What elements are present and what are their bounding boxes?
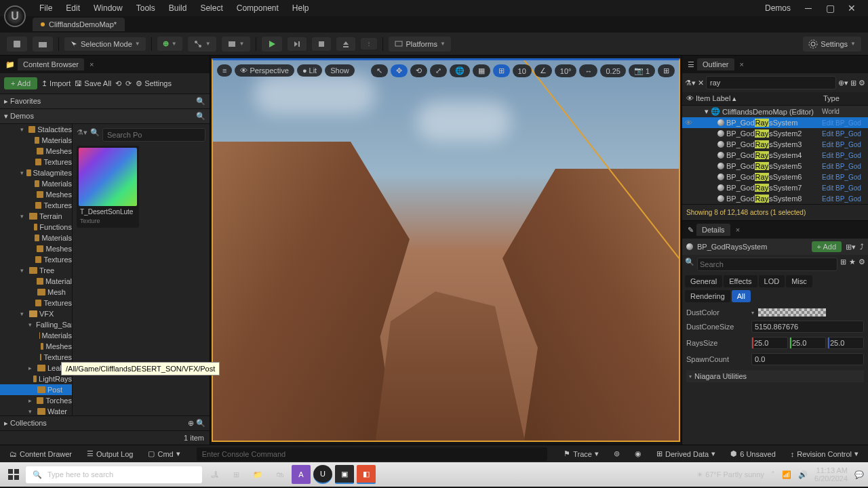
recorder-icon[interactable]: ◧	[357, 465, 376, 484]
translate-tool[interactable]: ✥	[391, 64, 408, 77]
cinematics-dropdown[interactable]: ▼	[222, 37, 250, 52]
lit-dropdown[interactable]: ● Lit	[297, 64, 322, 77]
surface-snap-toggle[interactable]: ▦	[473, 64, 490, 77]
selection-mode-dropdown[interactable]: Selection Mode ▼	[64, 37, 146, 51]
folder-falling_sand[interactable]: ▾Falling_Sand	[0, 319, 72, 330]
save-all-button[interactable]: 🖫 Save All	[75, 79, 111, 87]
menu-window[interactable]: Window	[87, 3, 130, 13]
rayssize-x-input[interactable]: 25.0	[751, 337, 788, 349]
world-local-toggle[interactable]: 🌐	[450, 64, 470, 77]
trace-dropdown[interactable]: ⚑ Trace ▾	[559, 449, 603, 458]
level-viewport[interactable]: ≡ 👁 Perspective ● Lit Show ↖ ✥ ⟲ ⤢ 🌐 ▦ ⊞…	[212, 58, 680, 442]
trace-record-icon[interactable]: ◉	[631, 449, 646, 458]
favorites-icon[interactable]: ★	[849, 258, 856, 271]
outliner-row[interactable]: BP_GodRaysSystem8Edit BP_God	[682, 193, 868, 204]
add-content-dropdown[interactable]: ⊕▼	[157, 37, 182, 51]
grid-snap-value[interactable]: 10	[513, 64, 532, 77]
grid-snap-toggle[interactable]: ⊞	[493, 64, 510, 77]
folder-meshes[interactable]: Meshes	[0, 189, 72, 200]
output-log-button[interactable]: ☰ Output Log	[83, 449, 137, 458]
folder-material[interactable]: Material	[0, 276, 72, 287]
outliner-search-input[interactable]	[706, 76, 836, 89]
store-icon[interactable]: 🛍	[270, 465, 289, 484]
viewport-menu-button[interactable]: ≡	[217, 64, 232, 77]
folder-materials[interactable]: Materials	[0, 178, 72, 189]
menu-help[interactable]: Help	[285, 3, 316, 13]
folder-meshes[interactable]: Meshes	[0, 146, 72, 157]
outliner-row[interactable]: BP_GodRaysSystem7Edit BP_God	[682, 182, 868, 193]
browse-button[interactable]	[33, 37, 53, 52]
folder-stalactites[interactable]: ▾Stalactites	[0, 124, 72, 135]
volume-icon[interactable]: 🔊	[798, 470, 808, 479]
blueprints-dropdown[interactable]: ▼	[188, 37, 216, 52]
select-tool[interactable]: ↖	[371, 64, 388, 77]
collections-header[interactable]: ▸ Collections	[4, 419, 47, 428]
search-icon[interactable]: 🔍	[196, 97, 205, 106]
outliner-row[interactable]: BP_GodRaysSystem6Edit BP_God	[682, 171, 868, 182]
details-tab[interactable]: Details	[696, 224, 730, 236]
sources-header[interactable]: ▾ Demos 🔍	[0, 109, 210, 124]
rayssize-z-input[interactable]: 25.0	[827, 337, 864, 349]
folder-textures[interactable]: Textures	[0, 298, 72, 308]
menu-select[interactable]: Select	[193, 3, 229, 13]
outliner-row[interactable]: 👁BP_GodRaysSystemEdit BP_God	[682, 117, 868, 128]
tab-general[interactable]: General	[685, 275, 722, 287]
unsaved-button[interactable]: ⬢ 6 Unsaved	[726, 449, 780, 458]
folder-functions[interactable]: Functions	[0, 222, 72, 232]
add-filter-icon[interactable]: ⊕▾	[838, 79, 848, 87]
tab-rendering[interactable]: Rendering	[685, 290, 730, 302]
save-button[interactable]	[7, 37, 27, 52]
folder-textures[interactable]: Textures	[0, 352, 72, 363]
add-button[interactable]: +Add	[4, 77, 37, 89]
stop-button[interactable]	[312, 37, 331, 51]
weather-widget[interactable]: ☀ 67°F Partly sunny	[696, 470, 764, 479]
eject-button[interactable]	[336, 37, 355, 51]
cmd-dropdown[interactable]: ▢ Cmd ▾	[144, 449, 184, 458]
search-icon[interactable]: 🔍	[196, 112, 205, 121]
outliner-row[interactable]: BP_GodRaysSystem3Edit BP_God	[682, 139, 868, 150]
perspective-dropdown[interactable]: 👁 Perspective	[235, 64, 294, 77]
minimize-button[interactable]: ─	[797, 3, 819, 14]
tab-effects[interactable]: Effects	[724, 275, 757, 287]
settings-icon[interactable]: ⚙	[859, 79, 865, 87]
app-icon[interactable]: A	[292, 465, 311, 484]
folder-post[interactable]: Post	[0, 384, 72, 395]
folder-tree[interactable]: ▾Tree	[0, 265, 72, 276]
spawn-input[interactable]: 0.0	[751, 353, 864, 365]
eye-icon[interactable]: 👁	[686, 94, 696, 103]
view-options-icon[interactable]: ⊞	[850, 79, 856, 87]
content-drawer-button[interactable]: 🗂 Content Drawer	[5, 450, 76, 458]
content-browser-tab[interactable]: Content Browser	[18, 58, 84, 70]
folder-stalagmites[interactable]: ▾Stalagmites	[0, 167, 72, 178]
close-tab-icon[interactable]: ×	[737, 60, 747, 68]
play-button[interactable]	[262, 37, 282, 52]
play-options-dropdown[interactable]: ⋮	[361, 38, 377, 49]
folder-mesh[interactable]: Mesh	[0, 287, 72, 298]
history-fwd-button[interactable]: ⟳	[125, 79, 132, 88]
level-tab[interactable]: ClifflandsDemoMap*	[33, 18, 125, 31]
menu-tools[interactable]: Tools	[130, 3, 162, 13]
tab-misc[interactable]: Misc	[786, 275, 812, 287]
dustcone-input[interactable]: 5150.867676	[751, 321, 864, 333]
blueprint-options-icon[interactable]: ⊞▾	[846, 243, 856, 251]
tray-chevron-icon[interactable]: ˄	[771, 470, 775, 479]
scale-snap-toggle[interactable]: ↔	[579, 64, 597, 77]
settings-dropdown[interactable]: Settings▼	[803, 37, 861, 52]
scale-tool[interactable]: ⤢	[430, 64, 447, 77]
console-input[interactable]: Enter Console Command	[197, 447, 548, 461]
show-dropdown[interactable]: Show	[325, 64, 355, 77]
angle-snap-toggle[interactable]: ∠	[534, 64, 552, 77]
angle-snap-value[interactable]: 10°	[555, 64, 577, 77]
wifi-icon[interactable]: 📶	[782, 470, 791, 479]
outliner-row[interactable]: BP_GodRaysSystem5Edit BP_God	[682, 161, 868, 171]
add-collection-icon[interactable]: ⊕	[188, 419, 194, 427]
folder-textures[interactable]: Textures	[0, 157, 72, 167]
filter-icon[interactable]: ⚗▾	[77, 128, 87, 142]
asset-tile[interactable]: T_DesertSonLute Texture	[77, 146, 139, 228]
settings-icon[interactable]: ⚙	[859, 258, 865, 271]
folder-textures[interactable]: Textures	[0, 254, 72, 265]
asset-search-input[interactable]	[102, 128, 205, 142]
folder-torches[interactable]: ▸Torches	[0, 395, 72, 406]
menu-edit[interactable]: Edit	[59, 3, 87, 13]
rotate-tool[interactable]: ⟲	[410, 64, 427, 77]
